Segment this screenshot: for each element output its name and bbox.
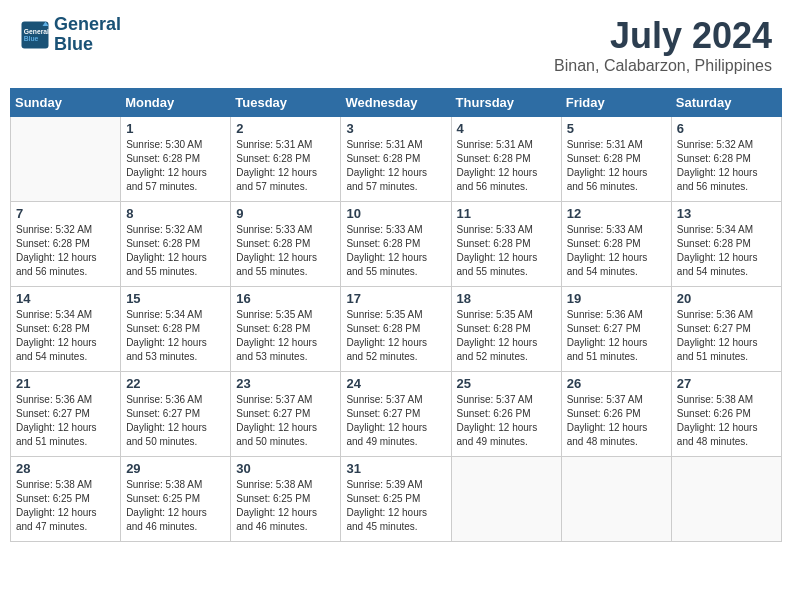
calendar-cell — [451, 457, 561, 542]
day-info: Sunrise: 5:33 AM Sunset: 6:28 PM Dayligh… — [567, 223, 666, 279]
calendar-cell: 8Sunrise: 5:32 AM Sunset: 6:28 PM Daylig… — [121, 202, 231, 287]
day-info: Sunrise: 5:34 AM Sunset: 6:28 PM Dayligh… — [677, 223, 776, 279]
calendar-cell: 18Sunrise: 5:35 AM Sunset: 6:28 PM Dayli… — [451, 287, 561, 372]
calendar-cell: 26Sunrise: 5:37 AM Sunset: 6:26 PM Dayli… — [561, 372, 671, 457]
day-number: 13 — [677, 206, 776, 221]
calendar-cell: 13Sunrise: 5:34 AM Sunset: 6:28 PM Dayli… — [671, 202, 781, 287]
day-number: 9 — [236, 206, 335, 221]
calendar-cell: 3Sunrise: 5:31 AM Sunset: 6:28 PM Daylig… — [341, 117, 451, 202]
day-info: Sunrise: 5:38 AM Sunset: 6:25 PM Dayligh… — [236, 478, 335, 534]
day-number: 16 — [236, 291, 335, 306]
calendar-cell: 27Sunrise: 5:38 AM Sunset: 6:26 PM Dayli… — [671, 372, 781, 457]
day-info: Sunrise: 5:33 AM Sunset: 6:28 PM Dayligh… — [346, 223, 445, 279]
day-number: 6 — [677, 121, 776, 136]
day-info: Sunrise: 5:32 AM Sunset: 6:28 PM Dayligh… — [16, 223, 115, 279]
calendar-header-saturday: Saturday — [671, 89, 781, 117]
day-number: 23 — [236, 376, 335, 391]
day-info: Sunrise: 5:33 AM Sunset: 6:28 PM Dayligh… — [236, 223, 335, 279]
day-number: 18 — [457, 291, 556, 306]
calendar-header-sunday: Sunday — [11, 89, 121, 117]
day-info: Sunrise: 5:38 AM Sunset: 6:26 PM Dayligh… — [677, 393, 776, 449]
calendar-cell: 4Sunrise: 5:31 AM Sunset: 6:28 PM Daylig… — [451, 117, 561, 202]
day-number: 22 — [126, 376, 225, 391]
calendar-cell: 10Sunrise: 5:33 AM Sunset: 6:28 PM Dayli… — [341, 202, 451, 287]
day-number: 31 — [346, 461, 445, 476]
calendar-cell: 7Sunrise: 5:32 AM Sunset: 6:28 PM Daylig… — [11, 202, 121, 287]
day-info: Sunrise: 5:31 AM Sunset: 6:28 PM Dayligh… — [567, 138, 666, 194]
day-number: 24 — [346, 376, 445, 391]
day-info: Sunrise: 5:32 AM Sunset: 6:28 PM Dayligh… — [677, 138, 776, 194]
logo-line2: Blue — [54, 34, 93, 54]
day-number: 2 — [236, 121, 335, 136]
calendar-cell: 20Sunrise: 5:36 AM Sunset: 6:27 PM Dayli… — [671, 287, 781, 372]
logo-line1: General — [54, 14, 121, 34]
calendar-header-wednesday: Wednesday — [341, 89, 451, 117]
day-info: Sunrise: 5:38 AM Sunset: 6:25 PM Dayligh… — [126, 478, 225, 534]
logo: General Blue General Blue — [20, 15, 121, 55]
calendar-cell: 16Sunrise: 5:35 AM Sunset: 6:28 PM Dayli… — [231, 287, 341, 372]
day-number: 3 — [346, 121, 445, 136]
calendar-cell — [11, 117, 121, 202]
day-info: Sunrise: 5:31 AM Sunset: 6:28 PM Dayligh… — [346, 138, 445, 194]
day-number: 4 — [457, 121, 556, 136]
calendar-cell — [671, 457, 781, 542]
calendar-header-tuesday: Tuesday — [231, 89, 341, 117]
calendar-cell: 15Sunrise: 5:34 AM Sunset: 6:28 PM Dayli… — [121, 287, 231, 372]
day-info: Sunrise: 5:37 AM Sunset: 6:27 PM Dayligh… — [346, 393, 445, 449]
day-info: Sunrise: 5:31 AM Sunset: 6:28 PM Dayligh… — [236, 138, 335, 194]
calendar-week-5: 28Sunrise: 5:38 AM Sunset: 6:25 PM Dayli… — [11, 457, 782, 542]
calendar-cell: 23Sunrise: 5:37 AM Sunset: 6:27 PM Dayli… — [231, 372, 341, 457]
calendar-cell: 25Sunrise: 5:37 AM Sunset: 6:26 PM Dayli… — [451, 372, 561, 457]
calendar-header-row: SundayMondayTuesdayWednesdayThursdayFrid… — [11, 89, 782, 117]
calendar-week-4: 21Sunrise: 5:36 AM Sunset: 6:27 PM Dayli… — [11, 372, 782, 457]
main-title: July 2024 — [554, 15, 772, 57]
day-info: Sunrise: 5:32 AM Sunset: 6:28 PM Dayligh… — [126, 223, 225, 279]
day-number: 17 — [346, 291, 445, 306]
calendar-cell: 1Sunrise: 5:30 AM Sunset: 6:28 PM Daylig… — [121, 117, 231, 202]
day-info: Sunrise: 5:33 AM Sunset: 6:28 PM Dayligh… — [457, 223, 556, 279]
day-info: Sunrise: 5:35 AM Sunset: 6:28 PM Dayligh… — [346, 308, 445, 364]
day-number: 8 — [126, 206, 225, 221]
day-number: 10 — [346, 206, 445, 221]
day-number: 1 — [126, 121, 225, 136]
day-number: 26 — [567, 376, 666, 391]
day-info: Sunrise: 5:36 AM Sunset: 6:27 PM Dayligh… — [126, 393, 225, 449]
day-info: Sunrise: 5:34 AM Sunset: 6:28 PM Dayligh… — [16, 308, 115, 364]
calendar-cell — [561, 457, 671, 542]
calendar-cell: 24Sunrise: 5:37 AM Sunset: 6:27 PM Dayli… — [341, 372, 451, 457]
day-number: 5 — [567, 121, 666, 136]
calendar-cell: 17Sunrise: 5:35 AM Sunset: 6:28 PM Dayli… — [341, 287, 451, 372]
day-info: Sunrise: 5:35 AM Sunset: 6:28 PM Dayligh… — [236, 308, 335, 364]
svg-text:Blue: Blue — [24, 35, 39, 42]
calendar-cell: 11Sunrise: 5:33 AM Sunset: 6:28 PM Dayli… — [451, 202, 561, 287]
calendar-cell: 21Sunrise: 5:36 AM Sunset: 6:27 PM Dayli… — [11, 372, 121, 457]
day-info: Sunrise: 5:35 AM Sunset: 6:28 PM Dayligh… — [457, 308, 556, 364]
day-info: Sunrise: 5:36 AM Sunset: 6:27 PM Dayligh… — [677, 308, 776, 364]
day-info: Sunrise: 5:39 AM Sunset: 6:25 PM Dayligh… — [346, 478, 445, 534]
day-number: 15 — [126, 291, 225, 306]
calendar-week-1: 1Sunrise: 5:30 AM Sunset: 6:28 PM Daylig… — [11, 117, 782, 202]
day-number: 29 — [126, 461, 225, 476]
page-header: General Blue General Blue July 2024 Bina… — [10, 10, 782, 80]
calendar-cell: 30Sunrise: 5:38 AM Sunset: 6:25 PM Dayli… — [231, 457, 341, 542]
day-number: 28 — [16, 461, 115, 476]
day-info: Sunrise: 5:31 AM Sunset: 6:28 PM Dayligh… — [457, 138, 556, 194]
day-info: Sunrise: 5:30 AM Sunset: 6:28 PM Dayligh… — [126, 138, 225, 194]
day-number: 11 — [457, 206, 556, 221]
day-number: 12 — [567, 206, 666, 221]
day-number: 19 — [567, 291, 666, 306]
calendar-cell: 22Sunrise: 5:36 AM Sunset: 6:27 PM Dayli… — [121, 372, 231, 457]
calendar-week-3: 14Sunrise: 5:34 AM Sunset: 6:28 PM Dayli… — [11, 287, 782, 372]
calendar-cell: 14Sunrise: 5:34 AM Sunset: 6:28 PM Dayli… — [11, 287, 121, 372]
calendar-cell: 28Sunrise: 5:38 AM Sunset: 6:25 PM Dayli… — [11, 457, 121, 542]
day-number: 27 — [677, 376, 776, 391]
calendar-cell: 31Sunrise: 5:39 AM Sunset: 6:25 PM Dayli… — [341, 457, 451, 542]
day-number: 7 — [16, 206, 115, 221]
calendar-cell: 29Sunrise: 5:38 AM Sunset: 6:25 PM Dayli… — [121, 457, 231, 542]
calendar-week-2: 7Sunrise: 5:32 AM Sunset: 6:28 PM Daylig… — [11, 202, 782, 287]
title-section: July 2024 Binan, Calabarzon, Philippines — [554, 15, 772, 75]
day-info: Sunrise: 5:36 AM Sunset: 6:27 PM Dayligh… — [567, 308, 666, 364]
calendar-cell: 9Sunrise: 5:33 AM Sunset: 6:28 PM Daylig… — [231, 202, 341, 287]
calendar-cell: 5Sunrise: 5:31 AM Sunset: 6:28 PM Daylig… — [561, 117, 671, 202]
day-info: Sunrise: 5:37 AM Sunset: 6:26 PM Dayligh… — [567, 393, 666, 449]
